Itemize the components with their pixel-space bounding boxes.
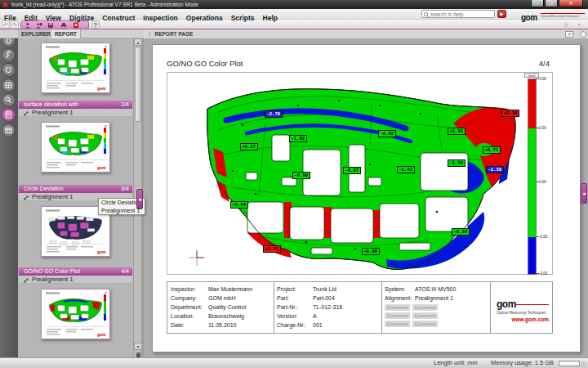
info-label: Location: — [171, 313, 194, 319]
deviation-label[interactable]: -0.87 — [343, 167, 361, 174]
scale-tick-label: -2.00 — [539, 235, 547, 239]
deviation-label[interactable]: +1.83 — [448, 128, 466, 135]
search-go-button[interactable]: ▶ — [497, 10, 506, 18]
section-header-2[interactable]: Circle Deviation3/4 — [19, 185, 132, 193]
maximize-button[interactable]: □ — [545, 0, 558, 7]
menu-scripts[interactable]: Scripts — [227, 13, 259, 23]
deviation-label[interactable]: +0.04 — [230, 201, 248, 209]
deviation-plot[interactable]: [mm] -2.70-1.02+0.27-0.90-0.42+1.83+2.34… — [167, 72, 553, 275]
nav-report-icon[interactable] — [2, 108, 16, 122]
section-item-label: Prealignment 1 — [32, 193, 73, 201]
close-button[interactable]: ✕ — [559, 0, 583, 7]
comment-field[interactable]: Comment — [385, 304, 410, 311]
info-value: Quality Control — [208, 304, 246, 310]
info-value: 11.05.2010 — [208, 322, 237, 328]
save-report-button[interactable] — [47, 22, 54, 29]
status-bar: Length unit: mm Memory usage: 1.5 GB ◫ — [0, 357, 588, 368]
menu-file[interactable]: File — [0, 13, 20, 23]
deviation-label[interactable]: -0.90 — [292, 172, 310, 179]
menu-view[interactable]: View — [42, 13, 65, 23]
memory-usage-status: Memory usage: 1.5 GB — [491, 358, 554, 368]
comment-field[interactable]: Comment — [412, 304, 438, 311]
sidebar-collapse-handle[interactable]: ◄ — [136, 189, 143, 209]
deviation-label[interactable]: +0.73 — [483, 146, 501, 154]
nav-search-icon[interactable] — [2, 93, 16, 107]
pin-icon[interactable]: • — [575, 20, 583, 29]
memory-progress-bar — [559, 361, 580, 366]
coordinate-axes-icon — [187, 248, 207, 267]
comment-field[interactable]: Comment — [412, 312, 438, 319]
minimize-button[interactable]: – — [531, 0, 544, 7]
menu-digitize[interactable]: Digitize — [65, 13, 98, 23]
report-page: GO/NO GO Color Plot 4/4 — [152, 44, 581, 352]
window-title: trunk_lid (read-only)(*) - ATOS Professi… — [11, 0, 198, 9]
section-item-prealignment[interactable]: Prealignment 1 — [19, 109, 132, 117]
gom-logo-text: gom — [521, 13, 537, 22]
deviation-label[interactable]: -2.70 — [265, 110, 283, 118]
info-value: 001 — [313, 322, 323, 328]
section-item-prealignment[interactable]: Prealignment 1 — [19, 276, 132, 284]
info-label: Date: — [171, 322, 185, 328]
info-value: Max Mustermann — [208, 286, 252, 292]
deviation-label[interactable]: +0.27 — [240, 143, 258, 150]
scrollbar-thumb[interactable] — [135, 47, 141, 122]
search-input[interactable] — [430, 11, 493, 17]
deviation-label[interactable]: -1.43 — [397, 166, 415, 173]
info-label: Charge-Nr.: — [277, 322, 306, 328]
help-search-box[interactable] — [421, 10, 495, 18]
resize-grip-icon: ◫ — [581, 361, 586, 366]
deviation-label[interactable]: -0.39 — [452, 228, 470, 236]
deviation-label[interactable]: +2.91 — [263, 245, 281, 253]
menu-operations[interactable]: Operations — [182, 13, 227, 23]
nav-grid-icon[interactable] — [2, 79, 16, 92]
deviation-label[interactable]: +0.00 — [362, 248, 380, 255]
export-pdf-button[interactable]: A — [73, 22, 79, 29]
navigation-strip — [0, 29, 18, 357]
svg-text:gom: gom — [97, 249, 106, 254]
nav-wrench-icon[interactable] — [2, 48, 16, 62]
panel-menu-button[interactable]: ◌ — [580, 31, 586, 38]
tab-report[interactable]: REPORT — [51, 29, 81, 38]
deviation-label[interactable]: +2.34 — [501, 110, 519, 117]
menu-construct[interactable]: Construct — [98, 13, 139, 23]
create-report-button[interactable] — [24, 22, 31, 29]
deviation-label[interactable]: -2.58 — [486, 166, 504, 173]
nav-table-icon[interactable] — [2, 123, 16, 137]
report-page-title: GO/NO GO Color Plot — [167, 59, 243, 68]
menu-inspection[interactable]: Inspection — [139, 13, 182, 23]
edit-report-button[interactable] — [36, 22, 42, 29]
tab-explorer[interactable]: EXPLORER — [18, 29, 55, 38]
title-bar: trunk_lid (read-only)(*) - ATOS Professi… — [0, 0, 588, 9]
report-page-thumbnail-4[interactable]: gom — [41, 289, 110, 339]
deviation-label[interactable]: -0.42 — [378, 130, 396, 137]
info-value: Part-004 — [313, 295, 335, 301]
gom-logo-report: gom Optical Measuring Techniques www.gom… — [492, 297, 550, 330]
report-page-thumbnail-1[interactable]: gom — [41, 43, 110, 93]
section-header-3[interactable]: GO/NO GO Color Plot4/4 — [19, 267, 132, 276]
nav-rotate-icon[interactable] — [2, 63, 16, 77]
detach-panel-button[interactable]: ↗ — [565, 31, 573, 38]
print-report-button[interactable] — [60, 22, 67, 29]
table-divider — [381, 282, 382, 333]
panel-drag-handle[interactable]: ⋮ — [144, 31, 155, 37]
info-label: Inspector: — [171, 286, 196, 292]
hint-bulb-icon[interactable]: ◎ — [562, 20, 570, 29]
deviation-label[interactable]: -1.02 — [289, 135, 307, 142]
menu-help[interactable]: Help — [259, 13, 282, 23]
info-label: System: — [385, 286, 405, 292]
deviation-label[interactable]: -1.98 — [448, 159, 466, 167]
comment-field[interactable]: Comment — [412, 321, 438, 327]
section-title: surface deviation with — [24, 101, 78, 109]
right-panel-collapse-handle[interactable]: ◄ — [581, 183, 587, 204]
section-page-count: 4/4 — [121, 267, 129, 276]
trunk-lid-3d-view[interactable] — [167, 73, 554, 276]
svg-text:A: A — [74, 23, 78, 27]
scale-segment — [528, 79, 536, 128]
menu-edit[interactable]: Edit — [20, 13, 42, 23]
info-value: ATOS III MV500 — [415, 286, 456, 292]
section-header-1[interactable]: surface deviation with2/4 — [19, 101, 132, 109]
report-page-thumbnail-2[interactable]: gom — [41, 122, 110, 173]
comment-field[interactable]: Comment — [385, 312, 410, 319]
comment-field[interactable]: Comment — [385, 321, 410, 327]
length-unit-status: Length unit: mm — [434, 358, 478, 368]
